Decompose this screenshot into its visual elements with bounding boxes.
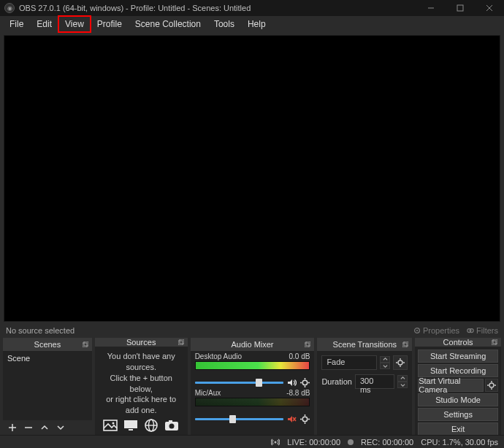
transition-select[interactable]: Fade [321,355,377,370]
scene-add-button[interactable] [7,422,18,433]
sources-title: Sources [126,338,156,347]
duration-stepper[interactable] [397,375,408,388]
dock-float-icon[interactable] [304,341,311,348]
volume-slider[interactable] [195,418,284,420]
transitions-header[interactable]: Scene Transitions [317,338,412,351]
preview-canvas[interactable] [4,35,500,322]
scenes-header[interactable]: Scenes [3,338,92,351]
vu-meter: -60-55-50-45-40-35-30-25-20-15-10-50 [195,398,310,406]
selection-toolbar: No source selected Properties Filters [0,323,504,338]
dock-float-icon[interactable] [177,339,185,346]
svg-marker-45 [288,416,292,422]
dock-float-icon[interactable] [82,341,89,348]
transition-settings-button[interactable] [393,355,408,370]
display-source-icon [123,417,139,433]
sources-dock: Sources You don't have any sources. Clic… [95,338,188,435]
svg-rect-13 [178,341,183,345]
dock-float-icon[interactable] [402,341,409,348]
vcam-settings-button[interactable] [485,379,498,392]
svg-rect-9 [84,341,88,346]
transition-select-stepper[interactable] [380,356,390,369]
cpu-status: CPU: 1.7%, 30.00 fps [421,438,498,447]
scene-item[interactable]: Scene [7,353,88,363]
rec-status: REC: 00:00:00 [361,438,413,447]
filters-button[interactable]: Filters [467,326,498,335]
svg-rect-14 [180,339,184,344]
settings-button[interactable]: Settings [418,408,498,421]
globe-source-icon [143,417,159,433]
svg-point-7 [470,329,473,333]
scene-up-button[interactable] [39,422,50,433]
channel-name: Desktop Audio [195,352,243,360]
menu-help[interactable]: Help [241,16,272,32]
duration-input[interactable]: 300 ms [355,374,394,389]
menu-edit[interactable]: Edit [30,16,58,32]
vu-meter: -60-55-50-45-40-35-30-25-20-15-10-50 [195,361,310,370]
channel-db: 0.0 dB [289,352,310,360]
minimize-button[interactable] [416,0,446,16]
scene-down-button[interactable] [56,422,66,433]
start-vcam-button[interactable]: Start Virtual Camera [418,379,484,392]
menu-profile[interactable]: Profile [91,16,129,32]
no-source-label: No source selected [6,326,406,335]
svg-point-23 [169,424,175,429]
properties-label: Properties [423,326,459,335]
controls-header[interactable]: Controls [415,338,501,347]
obs-logo-icon: ◉ [4,3,15,13]
scenes-list[interactable]: Scene [3,351,92,420]
svg-rect-37 [305,343,309,347]
maximize-button[interactable] [446,0,475,16]
rec-dot-icon [348,439,354,445]
statusbar: LIVE: 00:00:00 REC: 00:00:00 CPU: 1.7%, … [0,435,504,448]
dock-float-icon[interactable] [491,339,498,346]
mixer-body: Desktop Audio0.0 dB-60-55-50-45-40-35-30… [191,351,315,435]
channel-db: -8.8 dB [286,389,310,397]
sources-msg-l2: Click the + button below, [101,373,182,395]
close-button[interactable] [475,0,504,16]
svg-rect-61 [493,339,497,344]
properties-button[interactable]: Properties [413,326,459,335]
transitions-dock: Scene Transitions Fade Duration 300 ms [317,338,412,435]
controls-title: Controls [443,338,473,347]
svg-point-40 [302,380,308,385]
svg-point-48 [302,417,308,422]
volume-slider[interactable] [195,382,284,384]
sources-msg-l3: or right click here to add one. [101,394,182,416]
svg-point-62 [489,383,494,387]
mixer-title: Audio Mixer [231,340,273,349]
scenes-dock: Scenes Scene [3,338,92,435]
mute-icon[interactable] [286,414,297,424]
start-streaming-button[interactable]: Start Streaming [418,349,498,363]
menu-view[interactable]: View [58,16,91,32]
svg-point-16 [112,422,115,425]
exit-button[interactable]: Exit [418,422,498,436]
svg-rect-24 [169,420,172,422]
docks-row: Scenes Scene Sources You don't have any … [0,338,504,435]
speaker-icon[interactable] [286,377,297,387]
sources-empty[interactable]: You don't have any sources. Click the + … [95,347,188,436]
channel-settings-icon[interactable] [299,377,310,387]
controls-body: Start Streaming Start Recording Start Vi… [415,347,501,439]
svg-marker-39 [288,379,292,386]
duration-label: Duration [321,377,352,386]
scenes-title: Scenes [34,340,61,349]
window-buttons [416,0,504,16]
broadcast-icon [271,438,280,447]
studio-mode-button[interactable]: Studio Mode [418,393,498,406]
start-recording-button[interactable]: Start Recording [418,364,498,377]
transitions-body: Fade Duration 300 ms [317,351,412,435]
sources-header[interactable]: Sources [95,338,188,347]
mixer-header[interactable]: Audio Mixer [191,338,315,351]
scene-remove-button[interactable] [23,422,34,433]
channel-settings-icon[interactable] [299,414,310,424]
channel-name: Mic/Aux [195,389,221,397]
menu-tools[interactable]: Tools [207,16,241,32]
menu-scene-collection[interactable]: Scene Collection [129,16,207,32]
svg-rect-8 [83,343,87,347]
menu-file[interactable]: File [3,16,30,32]
svg-rect-17 [124,420,137,428]
filters-label: Filters [476,326,498,335]
mixer-channel: Desktop Audio0.0 dB-60-55-50-45-40-35-30… [195,352,310,387]
svg-rect-53 [402,343,407,347]
svg-rect-38 [306,341,310,346]
